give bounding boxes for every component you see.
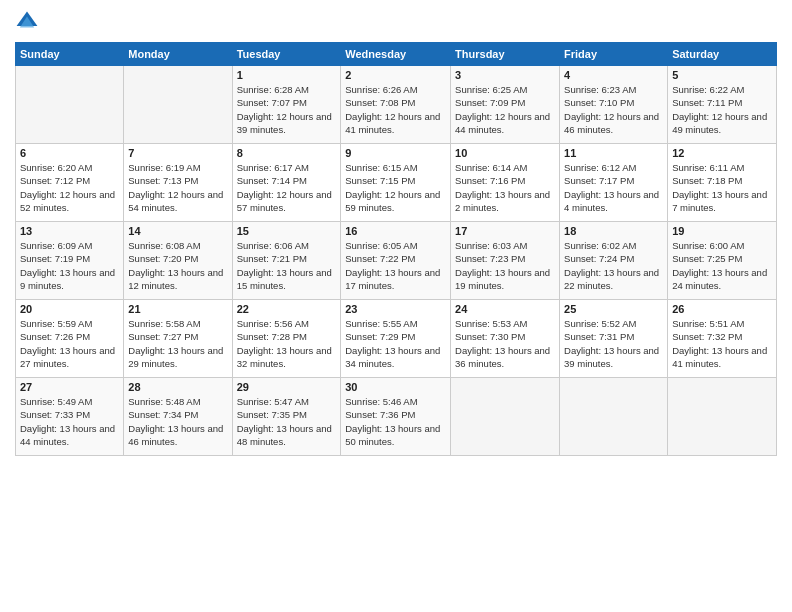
day-info: Sunrise: 6:05 AMSunset: 7:22 PMDaylight:… xyxy=(345,239,446,292)
day-info: Sunrise: 6:15 AMSunset: 7:15 PMDaylight:… xyxy=(345,161,446,214)
day-cell: 2Sunrise: 6:26 AMSunset: 7:08 PMDaylight… xyxy=(341,66,451,144)
day-cell: 16Sunrise: 6:05 AMSunset: 7:22 PMDayligh… xyxy=(341,222,451,300)
day-cell xyxy=(16,66,124,144)
day-info: Sunrise: 6:25 AMSunset: 7:09 PMDaylight:… xyxy=(455,83,555,136)
calendar-header: SundayMondayTuesdayWednesdayThursdayFrid… xyxy=(16,43,777,66)
day-cell: 22Sunrise: 5:56 AMSunset: 7:28 PMDayligh… xyxy=(232,300,341,378)
day-cell: 26Sunrise: 5:51 AMSunset: 7:32 PMDayligh… xyxy=(668,300,777,378)
logo-icon xyxy=(15,10,39,34)
day-cell xyxy=(560,378,668,456)
day-info: Sunrise: 6:00 AMSunset: 7:25 PMDaylight:… xyxy=(672,239,772,292)
day-cell: 8Sunrise: 6:17 AMSunset: 7:14 PMDaylight… xyxy=(232,144,341,222)
day-number: 24 xyxy=(455,303,555,315)
day-cell: 6Sunrise: 6:20 AMSunset: 7:12 PMDaylight… xyxy=(16,144,124,222)
day-info: Sunrise: 5:59 AMSunset: 7:26 PMDaylight:… xyxy=(20,317,119,370)
day-info: Sunrise: 6:11 AMSunset: 7:18 PMDaylight:… xyxy=(672,161,772,214)
day-info: Sunrise: 5:47 AMSunset: 7:35 PMDaylight:… xyxy=(237,395,337,448)
day-cell: 29Sunrise: 5:47 AMSunset: 7:35 PMDayligh… xyxy=(232,378,341,456)
day-number: 9 xyxy=(345,147,446,159)
day-number: 12 xyxy=(672,147,772,159)
day-cell xyxy=(668,378,777,456)
day-header-friday: Friday xyxy=(560,43,668,66)
day-info: Sunrise: 6:03 AMSunset: 7:23 PMDaylight:… xyxy=(455,239,555,292)
day-number: 11 xyxy=(564,147,663,159)
day-number: 10 xyxy=(455,147,555,159)
day-number: 17 xyxy=(455,225,555,237)
day-number: 30 xyxy=(345,381,446,393)
week-row-5: 27Sunrise: 5:49 AMSunset: 7:33 PMDayligh… xyxy=(16,378,777,456)
day-number: 4 xyxy=(564,69,663,81)
day-cell: 1Sunrise: 6:28 AMSunset: 7:07 PMDaylight… xyxy=(232,66,341,144)
day-number: 2 xyxy=(345,69,446,81)
day-number: 21 xyxy=(128,303,227,315)
day-cell: 20Sunrise: 5:59 AMSunset: 7:26 PMDayligh… xyxy=(16,300,124,378)
day-info: Sunrise: 5:53 AMSunset: 7:30 PMDaylight:… xyxy=(455,317,555,370)
day-cell xyxy=(451,378,560,456)
day-info: Sunrise: 6:14 AMSunset: 7:16 PMDaylight:… xyxy=(455,161,555,214)
day-number: 27 xyxy=(20,381,119,393)
day-cell: 13Sunrise: 6:09 AMSunset: 7:19 PMDayligh… xyxy=(16,222,124,300)
day-info: Sunrise: 5:48 AMSunset: 7:34 PMDaylight:… xyxy=(128,395,227,448)
day-info: Sunrise: 5:52 AMSunset: 7:31 PMDaylight:… xyxy=(564,317,663,370)
day-number: 1 xyxy=(237,69,337,81)
day-cell: 19Sunrise: 6:00 AMSunset: 7:25 PMDayligh… xyxy=(668,222,777,300)
day-cell: 9Sunrise: 6:15 AMSunset: 7:15 PMDaylight… xyxy=(341,144,451,222)
day-number: 26 xyxy=(672,303,772,315)
day-info: Sunrise: 5:55 AMSunset: 7:29 PMDaylight:… xyxy=(345,317,446,370)
day-info: Sunrise: 5:56 AMSunset: 7:28 PMDaylight:… xyxy=(237,317,337,370)
calendar: SundayMondayTuesdayWednesdayThursdayFrid… xyxy=(15,42,777,456)
day-header-wednesday: Wednesday xyxy=(341,43,451,66)
day-number: 20 xyxy=(20,303,119,315)
day-cell xyxy=(124,66,232,144)
day-header-saturday: Saturday xyxy=(668,43,777,66)
day-info: Sunrise: 6:19 AMSunset: 7:13 PMDaylight:… xyxy=(128,161,227,214)
header xyxy=(15,10,777,34)
day-info: Sunrise: 6:17 AMSunset: 7:14 PMDaylight:… xyxy=(237,161,337,214)
day-info: Sunrise: 5:58 AMSunset: 7:27 PMDaylight:… xyxy=(128,317,227,370)
day-info: Sunrise: 6:26 AMSunset: 7:08 PMDaylight:… xyxy=(345,83,446,136)
day-info: Sunrise: 6:22 AMSunset: 7:11 PMDaylight:… xyxy=(672,83,772,136)
day-number: 8 xyxy=(237,147,337,159)
day-number: 13 xyxy=(20,225,119,237)
day-number: 25 xyxy=(564,303,663,315)
day-info: Sunrise: 5:46 AMSunset: 7:36 PMDaylight:… xyxy=(345,395,446,448)
day-info: Sunrise: 6:28 AMSunset: 7:07 PMDaylight:… xyxy=(237,83,337,136)
day-header-tuesday: Tuesday xyxy=(232,43,341,66)
day-number: 16 xyxy=(345,225,446,237)
day-cell: 23Sunrise: 5:55 AMSunset: 7:29 PMDayligh… xyxy=(341,300,451,378)
day-info: Sunrise: 6:08 AMSunset: 7:20 PMDaylight:… xyxy=(128,239,227,292)
week-row-4: 20Sunrise: 5:59 AMSunset: 7:26 PMDayligh… xyxy=(16,300,777,378)
day-cell: 15Sunrise: 6:06 AMSunset: 7:21 PMDayligh… xyxy=(232,222,341,300)
day-info: Sunrise: 5:51 AMSunset: 7:32 PMDaylight:… xyxy=(672,317,772,370)
day-number: 5 xyxy=(672,69,772,81)
day-info: Sunrise: 6:06 AMSunset: 7:21 PMDaylight:… xyxy=(237,239,337,292)
day-header-sunday: Sunday xyxy=(16,43,124,66)
day-cell: 25Sunrise: 5:52 AMSunset: 7:31 PMDayligh… xyxy=(560,300,668,378)
day-cell: 17Sunrise: 6:03 AMSunset: 7:23 PMDayligh… xyxy=(451,222,560,300)
day-cell: 28Sunrise: 5:48 AMSunset: 7:34 PMDayligh… xyxy=(124,378,232,456)
day-info: Sunrise: 6:20 AMSunset: 7:12 PMDaylight:… xyxy=(20,161,119,214)
day-number: 3 xyxy=(455,69,555,81)
day-header-monday: Monday xyxy=(124,43,232,66)
day-cell: 30Sunrise: 5:46 AMSunset: 7:36 PMDayligh… xyxy=(341,378,451,456)
week-row-2: 6Sunrise: 6:20 AMSunset: 7:12 PMDaylight… xyxy=(16,144,777,222)
day-cell: 5Sunrise: 6:22 AMSunset: 7:11 PMDaylight… xyxy=(668,66,777,144)
week-row-3: 13Sunrise: 6:09 AMSunset: 7:19 PMDayligh… xyxy=(16,222,777,300)
week-row-1: 1Sunrise: 6:28 AMSunset: 7:07 PMDaylight… xyxy=(16,66,777,144)
day-cell: 24Sunrise: 5:53 AMSunset: 7:30 PMDayligh… xyxy=(451,300,560,378)
days-header-row: SundayMondayTuesdayWednesdayThursdayFrid… xyxy=(16,43,777,66)
day-number: 15 xyxy=(237,225,337,237)
day-number: 28 xyxy=(128,381,227,393)
day-cell: 18Sunrise: 6:02 AMSunset: 7:24 PMDayligh… xyxy=(560,222,668,300)
calendar-body: 1Sunrise: 6:28 AMSunset: 7:07 PMDaylight… xyxy=(16,66,777,456)
logo xyxy=(15,10,43,34)
day-header-thursday: Thursday xyxy=(451,43,560,66)
day-number: 22 xyxy=(237,303,337,315)
day-number: 7 xyxy=(128,147,227,159)
day-cell: 11Sunrise: 6:12 AMSunset: 7:17 PMDayligh… xyxy=(560,144,668,222)
day-number: 6 xyxy=(20,147,119,159)
day-cell: 7Sunrise: 6:19 AMSunset: 7:13 PMDaylight… xyxy=(124,144,232,222)
day-cell: 27Sunrise: 5:49 AMSunset: 7:33 PMDayligh… xyxy=(16,378,124,456)
day-info: Sunrise: 6:12 AMSunset: 7:17 PMDaylight:… xyxy=(564,161,663,214)
day-cell: 4Sunrise: 6:23 AMSunset: 7:10 PMDaylight… xyxy=(560,66,668,144)
